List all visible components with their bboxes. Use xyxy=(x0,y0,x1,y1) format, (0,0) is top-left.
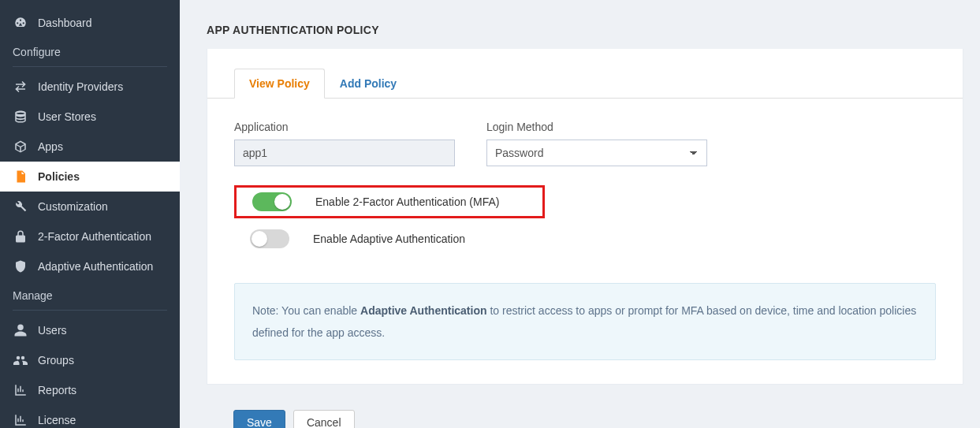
policy-panel: View Policy Add Policy Application Login… xyxy=(207,49,963,385)
sidebar-item-label: Reports xyxy=(38,384,76,396)
mfa-toggle-label: Enable 2-Factor Authentication (MFA) xyxy=(315,195,499,208)
tab-view-policy[interactable]: View Policy xyxy=(234,69,325,99)
user-icon xyxy=(13,323,28,337)
tab-add-policy[interactable]: Add Policy xyxy=(325,69,412,99)
divider xyxy=(13,66,167,67)
action-buttons: Save Cancel xyxy=(207,385,980,428)
cube-icon xyxy=(13,140,28,154)
database-icon xyxy=(13,110,28,124)
note-strong: Adaptive Authentication xyxy=(360,304,487,317)
sidebar-item-label: Groups xyxy=(38,354,74,367)
sidebar-item-apps[interactable]: Apps xyxy=(0,132,180,162)
sidebar-item-groups[interactable]: Groups xyxy=(0,345,180,375)
sidebar-item-label: Adaptive Authentication xyxy=(38,260,153,273)
sidebar-item-users[interactable]: Users xyxy=(0,315,180,345)
sidebar-item-user-stores[interactable]: User Stores xyxy=(0,102,180,132)
form-area: Application Login Method Password Enable… xyxy=(207,99,963,360)
application-field-group: Application xyxy=(234,121,455,166)
sidebar-item-reports[interactable]: Reports xyxy=(0,375,180,405)
sidebar-item-identity-providers[interactable]: Identity Providers xyxy=(0,72,180,102)
note-prefix: Note: You can enable xyxy=(252,304,360,317)
chart-icon xyxy=(13,383,28,397)
sidebar-item-label: Customization xyxy=(38,200,108,213)
info-note: Note: You can enable Adaptive Authentica… xyxy=(234,283,936,360)
lock-icon xyxy=(13,229,28,244)
sidebar-item-label: Policies xyxy=(38,170,80,183)
sidebar-item-label: Identity Providers xyxy=(38,80,123,93)
login-method-label: Login Method xyxy=(486,121,707,133)
sidebar-item-label: 2-Factor Authentication xyxy=(38,230,151,243)
adaptive-toggle-row: Enable Adaptive Authentication xyxy=(250,223,936,255)
sidebar-item-dashboard[interactable]: Dashboard xyxy=(0,8,180,38)
sidebar-section-manage: Manage xyxy=(0,281,180,307)
login-method-field-group: Login Method Password xyxy=(486,121,707,166)
swap-icon xyxy=(13,80,28,94)
mfa-toggle-row: Enable 2-Factor Authentication (MFA) xyxy=(234,185,545,218)
main-content: APP AUTHENTICATION POLICY View Policy Ad… xyxy=(180,0,980,428)
sidebar-item-label: License xyxy=(38,414,76,426)
sidebar-item-label: User Stores xyxy=(38,110,96,123)
gauge-icon xyxy=(13,16,28,30)
sidebar-item-adaptive-auth[interactable]: Adaptive Authentication xyxy=(0,251,180,281)
save-button[interactable]: Save xyxy=(233,410,285,428)
sidebar-item-customization[interactable]: Customization xyxy=(0,192,180,221)
sidebar: Dashboard Configure Identity Providers U… xyxy=(0,0,180,428)
sidebar-section-configure: Configure xyxy=(0,38,180,63)
chart-icon xyxy=(13,413,28,427)
application-label: Application xyxy=(234,121,455,133)
shield-icon xyxy=(13,259,28,274)
page-title-bar: APP AUTHENTICATION POLICY xyxy=(180,0,980,49)
cancel-button[interactable]: Cancel xyxy=(293,410,355,428)
sidebar-item-label: Apps xyxy=(38,140,63,153)
sidebar-item-2fa[interactable]: 2-Factor Authentication xyxy=(0,221,180,251)
sidebar-item-license[interactable]: License xyxy=(0,405,180,428)
users-icon xyxy=(13,353,28,367)
adaptive-toggle-label: Enable Adaptive Authentication xyxy=(313,233,465,245)
document-icon xyxy=(13,169,28,184)
adaptive-toggle[interactable] xyxy=(250,229,289,248)
mfa-toggle[interactable] xyxy=(252,192,292,211)
page-title: APP AUTHENTICATION POLICY xyxy=(207,24,953,36)
divider xyxy=(13,310,167,311)
application-input[interactable] xyxy=(234,140,455,166)
wrench-icon xyxy=(13,199,28,214)
sidebar-item-label: Dashboard xyxy=(38,17,92,29)
sidebar-item-label: Users xyxy=(38,324,67,337)
tabs: View Policy Add Policy xyxy=(207,49,963,99)
sidebar-item-policies[interactable]: Policies xyxy=(0,162,180,192)
login-method-select[interactable]: Password xyxy=(486,140,707,166)
